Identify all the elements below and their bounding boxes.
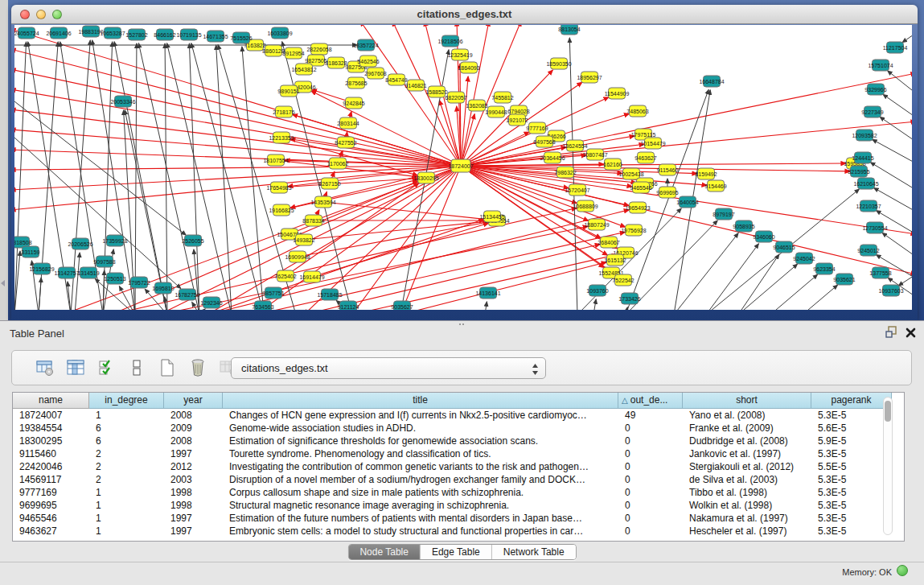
graph-node[interactable]: 8912954	[282, 47, 304, 59]
graph-node[interactable]: 19756928	[621, 225, 646, 236]
table-cell[interactable]: 5.6E-5	[811, 422, 892, 435]
column-visibility-icon[interactable]	[96, 357, 117, 378]
graph-node[interactable]: 9346060	[753, 231, 774, 242]
graph-edge[interactable]	[75, 253, 80, 310]
graph-node[interactable]: 8860128	[262, 45, 284, 56]
graph-node[interactable]: 1292346	[200, 297, 222, 308]
graph-node[interactable]: 1493822	[293, 234, 314, 245]
graph-node[interactable]: 11217504	[883, 42, 908, 53]
table-cell[interactable]: 2	[89, 447, 164, 460]
graph-node[interactable]: 9463627	[634, 152, 656, 163]
graph-node[interactable]: 19166825	[269, 204, 294, 216]
table-cell[interactable]: de Silva et al. (2003)	[683, 473, 811, 486]
show-columns-icon[interactable]	[65, 357, 86, 378]
table-cell[interactable]: 1	[89, 486, 164, 499]
graph-node[interactable]: 9777169	[526, 122, 548, 134]
table-row[interactable]: 977716911998Corpus callosum shape and si…	[13, 486, 904, 499]
table-cell[interactable]: 1	[89, 525, 164, 538]
graph-edge[interactable]	[485, 302, 487, 310]
graph-node[interactable]: 2684067	[598, 237, 619, 248]
graph-node[interactable]: 16648784	[699, 76, 724, 87]
table-cell[interactable]: 2008	[164, 435, 223, 447]
graph-node[interactable]: 1250513	[104, 273, 125, 284]
graph-node[interactable]: 11544909	[605, 88, 630, 99]
graph-node[interactable]: 8427552	[335, 137, 356, 148]
graph-node[interactable]: 8813054	[558, 25, 580, 35]
graph-node[interactable]: 9242845	[343, 97, 364, 109]
graph-node[interactable]: 16909948	[285, 251, 310, 262]
table-cell[interactable]: Genome-wide association studies in ADHD.	[223, 422, 618, 435]
table-cell[interactable]: 0	[618, 447, 683, 460]
table-cell[interactable]: 9463627	[13, 525, 89, 538]
table-cell[interactable]: Tibbo et al. (1998)	[683, 486, 811, 499]
graph-node[interactable]: 1170062	[327, 158, 349, 169]
graph-node[interactable]: 12210357	[856, 200, 881, 212]
table-cell[interactable]: Estimation of the future numbers of pati…	[223, 512, 618, 525]
column-header-out-degree[interactable]: △out_de...	[618, 393, 683, 409]
column-header-in-degree[interactable]: in_degree	[89, 393, 164, 409]
graph-edge[interactable]	[593, 299, 596, 310]
collapse-panel-arrow-icon[interactable]	[1, 280, 5, 286]
graph-edge[interactable]	[706, 244, 758, 310]
graph-edge[interactable]	[883, 94, 912, 117]
table-cell[interactable]: Disruption of a novel member of a sodium…	[223, 473, 618, 486]
table-cell[interactable]: 5.3E-5	[811, 473, 892, 486]
graph-node[interactable]: 8979197	[713, 208, 734, 220]
graph-node[interactable]: 8878334	[302, 215, 324, 226]
create-column-icon[interactable]	[157, 357, 178, 378]
graph-node[interactable]: 7625402	[274, 270, 296, 282]
table-row[interactable]: 1872400712008Changes of HCN gene express…	[13, 409, 904, 422]
graph-node[interactable]: 1527802	[125, 29, 147, 40]
graph-node[interactable]: 1615132	[604, 254, 626, 266]
graph-edge[interactable]	[352, 166, 461, 310]
graph-node[interactable]: 6497568	[533, 136, 555, 147]
graph-node[interactable]: 19654923	[625, 202, 650, 213]
table-cell[interactable]: 2003	[164, 473, 223, 486]
table-scrollbar-thumb[interactable]	[885, 401, 891, 422]
graph-node[interactable]: 10688809	[573, 200, 598, 212]
table-cell[interactable]: 2	[89, 460, 164, 473]
table-cell[interactable]: Franke et al. (2009)	[683, 422, 811, 435]
graph-node[interactable]: 1640054	[676, 196, 698, 208]
table-cell[interactable]: 0	[618, 499, 683, 512]
graph-node[interactable]: 10807487	[582, 149, 607, 160]
graph-node[interactable]: 2967608	[364, 68, 386, 79]
graph-node[interactable]: 9058935	[733, 220, 754, 232]
column-header-name[interactable]: name	[13, 393, 89, 409]
graph-node[interactable]: 9121124	[338, 301, 359, 310]
graph-node[interactable]: 9046515	[773, 241, 795, 253]
table-cell[interactable]: 1997	[164, 447, 223, 460]
float-panel-icon[interactable]	[885, 326, 897, 341]
graph-node[interactable]: 17654983	[266, 182, 291, 193]
table-cell[interactable]: Nakamura et al. (1997)	[683, 512, 811, 525]
table-cell[interactable]: Structural magnetic resonance image aver…	[223, 499, 618, 512]
graph-node[interactable]: 9623354	[813, 263, 835, 274]
table-cell[interactable]: 5.3E-5	[811, 447, 892, 460]
table-cell[interactable]: 9465546	[13, 512, 89, 525]
table-cell[interactable]: 9115460	[13, 447, 89, 460]
graph-node[interactable]: 9035627	[391, 301, 413, 310]
table-cell[interactable]: Hescheler et al. (1997)	[683, 525, 811, 538]
window-titlebar[interactable]: citations_edges.txt	[11, 5, 918, 24]
graph-node[interactable]: 9890151	[277, 85, 299, 97]
graph-edge[interactable]	[167, 43, 232, 310]
table-row[interactable]: 969969511998Structural magnetic resonanc…	[13, 499, 904, 512]
graph-edge[interactable]	[626, 307, 627, 310]
graph-node[interactable]: 1093760	[586, 285, 608, 296]
graph-node[interactable]: 7455812	[491, 92, 513, 103]
graph-edge[interactable]	[323, 202, 488, 220]
graph-node[interactable]: 2875685	[345, 77, 367, 89]
graph-node[interactable]: 9115460	[657, 164, 679, 175]
graph-node[interactable]: 12325419	[447, 49, 472, 60]
table-cell[interactable]: Changes of HCN gene expression and I(f) …	[223, 409, 618, 422]
graph-node[interactable]: 1990448	[485, 106, 507, 117]
graph-node[interactable]: 1314519	[77, 267, 99, 278]
graph-node[interactable]: 8159492	[695, 168, 717, 179]
graph-edge[interactable]	[873, 139, 912, 163]
graph-edge[interactable]	[39, 278, 41, 310]
graph-node[interactable]: 12730554	[862, 222, 887, 233]
graph-edge[interactable]	[304, 221, 488, 240]
tab-network-table[interactable]: Network Table	[492, 545, 576, 559]
table-cell[interactable]: 0	[618, 435, 683, 447]
graph-edge[interactable]	[199, 309, 205, 310]
